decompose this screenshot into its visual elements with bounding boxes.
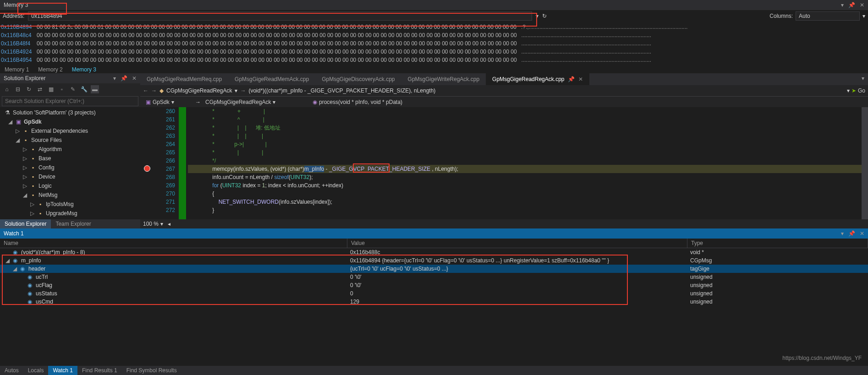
dropdown-icon[interactable]: ▾ — [160, 221, 163, 227]
preview-icon[interactable]: ▫ — [58, 85, 66, 93]
columns-dropdown[interactable] — [796, 11, 860, 21]
wrench-icon[interactable]: 🔧 — [80, 85, 88, 93]
collapse-icon[interactable]: ⊟ — [14, 85, 22, 93]
editor-panel: GpMsgGigeReadMemReq.cpp GpMsgGigeReadMem… — [140, 73, 868, 228]
context-method[interactable]: ◉ process(void * pInfo, void * pData) — [310, 98, 405, 106]
home-icon[interactable]: ⌂ — [3, 85, 11, 93]
context-project[interactable]: ▣ GpSdk ▾ — [143, 98, 193, 106]
address-input[interactable] — [28, 11, 532, 21]
nav-method[interactable]: (void*)((char*)m_pInfo - _GIGE_GVCP_PACK… — [248, 87, 844, 94]
watch-row[interactable]: ◉usCmd129unsigned — [0, 298, 868, 306]
expand-icon[interactable]: ◢ — [5, 256, 11, 265]
watch-tab[interactable]: Watch 1 — [48, 366, 77, 375]
tree-label: IpToolsMsg — [46, 200, 74, 208]
editor-scrollbar[interactable] — [862, 107, 868, 219]
show-all-icon[interactable]: ▦ — [47, 85, 55, 93]
pin-icon[interactable]: 📌 — [848, 230, 855, 237]
watch-name: m_pInfo — [21, 256, 41, 265]
watch-col-name[interactable]: Name — [0, 239, 347, 248]
tree-node[interactable]: ▷▪UpgradeMsg — [0, 209, 140, 218]
tree-node[interactable]: ▷▪IpToolsMsg — [0, 200, 140, 209]
watch-row[interactable]: ◉usStatus0unsigned — [0, 289, 868, 298]
dropdown-icon[interactable]: ▾ — [536, 13, 538, 19]
watch-tab[interactable]: Autos — [0, 366, 23, 375]
class-icon: ◆ — [159, 87, 164, 94]
watch-row[interactable]: ◢◉header{ucTrl=0 '\0' ucFlag=0 '\0' usSt… — [0, 265, 868, 273]
close-icon[interactable]: ✕ — [132, 75, 137, 82]
properties-icon[interactable]: ✎ — [69, 85, 77, 93]
editor-tab[interactable]: GpMsgGigeDiscoveryAck.cpp — [315, 73, 401, 85]
mem-hex[interactable]: 00 00 81 00 2c 00 09 00 01 00 00 00 00 0… — [37, 23, 516, 31]
watch-tab[interactable]: Find Symbol Results — [122, 366, 181, 375]
dropdown-icon[interactable]: ▾ — [235, 87, 237, 94]
variable-icon: ◉ — [20, 265, 27, 273]
watch-row[interactable]: ◉ucFlag0 '\0'unsigned — [0, 281, 868, 289]
mem-hex[interactable]: 00 00 00 00 00 00 00 00 00 00 00 00 00 0… — [37, 39, 517, 48]
refresh-icon[interactable]: ↻ — [542, 13, 547, 19]
mem-hex[interactable]: 00 00 00 00 00 00 00 00 00 00 00 00 00 0… — [37, 56, 517, 64]
toggle-icon[interactable]: ▬ — [91, 85, 99, 93]
tab-solution-explorer[interactable]: Solution Explorer — [0, 219, 51, 228]
expand-icon[interactable]: ◢ — [13, 265, 18, 273]
editor-tab[interactable]: GpMsgGigeReadMemAck.cpp — [228, 73, 315, 85]
close-icon[interactable]: 📌 — [568, 76, 575, 82]
watch-col-value[interactable]: Value — [347, 239, 687, 248]
editor-tab[interactable]: GpMsgGigeReadRegAck.cpp📌✕ — [486, 73, 589, 85]
watch-row[interactable]: ◢◉m_pInfo0x116b4894 {header={ucTrl=0 '\0… — [0, 256, 868, 265]
dropdown-icon[interactable]: ▾ — [841, 230, 844, 237]
tree-label: NetMsg — [38, 191, 57, 199]
mem-hex[interactable]: 00 00 00 00 00 00 00 00 00 00 00 00 00 0… — [37, 48, 517, 56]
tree-label: Device — [38, 173, 55, 181]
refresh-icon[interactable]: ↻ — [25, 85, 33, 93]
zoom-level[interactable]: 100 % — [143, 221, 159, 227]
watch-col-type[interactable]: Type — [687, 239, 868, 248]
dropdown-icon[interactable]: ▾ — [113, 75, 116, 82]
sync-icon[interactable]: ⇄ — [36, 85, 44, 93]
mem-hex[interactable]: 00 00 00 00 00 00 00 00 00 00 00 00 00 0… — [37, 31, 517, 39]
nav-class[interactable]: CGpMsgGigeReadRegAck — [166, 87, 232, 94]
tree-node[interactable]: ◢▪NetMsg — [0, 190, 140, 200]
solution-search[interactable] — [2, 96, 138, 106]
dropdown-icon[interactable]: ▾ — [841, 2, 844, 8]
tree-node[interactable]: ▷▪Algorithm — [0, 145, 140, 154]
close-icon[interactable]: ✕ — [860, 2, 864, 8]
memory-tab[interactable]: Memory 1 — [0, 65, 33, 74]
watch-row[interactable]: ◉ucTrl0 '\0'unsigned — [0, 273, 868, 281]
watch-tab[interactable]: Find Results 1 — [77, 366, 122, 375]
tree-node[interactable]: ▷▪Config — [0, 163, 140, 172]
code-content[interactable]: * + | * ^ | * | | 堆: 低地址 * | | — [186, 107, 868, 219]
pin-icon[interactable]: 📌 — [121, 75, 127, 82]
context-class[interactable]: CGpMsgGigeReadRegAck ▾ — [203, 98, 308, 106]
forward-icon[interactable]: → — [151, 87, 157, 94]
tree-node[interactable]: ▷▪External Dependencies — [0, 126, 140, 136]
memory-tab[interactable]: Memory 3 — [67, 65, 101, 74]
tree-node[interactable]: ▷▪Base — [0, 154, 140, 163]
memory-tab[interactable]: Memory 2 — [33, 65, 67, 74]
watch-type: tagGige — [687, 265, 868, 273]
go-button[interactable]: ▾ ➤ Go — [847, 87, 865, 94]
back-icon[interactable]: ← — [143, 87, 148, 94]
watch-tab[interactable]: Locals — [23, 366, 49, 375]
pin-icon[interactable]: 📌 — [848, 2, 855, 8]
mem-addr: 0x116B48f4 — [1, 39, 37, 48]
close-icon[interactable]: ✕ — [578, 76, 583, 82]
tree-node[interactable]: ▷▪Device — [0, 172, 140, 181]
editor-tab[interactable]: GpMsgGigeReadMemReq.cpp — [140, 73, 228, 85]
dropdown-icon[interactable]: ▾ — [858, 73, 868, 85]
editor-tab[interactable]: GpMsgGigeWriteRegAck.cpp — [401, 73, 486, 85]
solution-root[interactable]: ⚗ Solution 'SoftPlatform' (3 projects) — [0, 108, 140, 117]
watch-title: Watch 1 — [4, 230, 24, 237]
dropdown-icon[interactable]: ▾ — [863, 13, 865, 19]
watch-value: 0 '\0' — [347, 281, 687, 289]
close-icon[interactable]: ✕ — [860, 230, 864, 237]
tab-team-explorer[interactable]: Team Explorer — [51, 219, 95, 228]
code-area[interactable]: 260261262263264265266267268269270271272 … — [140, 107, 868, 219]
tree-node[interactable]: ▷▪Logic — [0, 181, 140, 190]
watch-row[interactable]: ◉(void*)((char*)m_pInfo - 8)0x116b488cvo… — [0, 248, 868, 256]
variable-icon: ◉ — [27, 281, 34, 289]
memory-tabs: Memory 1 Memory 2 Memory 3 — [0, 65, 868, 74]
tree-node[interactable]: ◢▪Source Files — [0, 136, 140, 145]
code-line-numbers: 260261262263264265266267268269270271272 — [156, 107, 179, 219]
breakpoint-icon[interactable] — [144, 165, 150, 172]
project-node[interactable]: ◢ ▣ GpSdk — [0, 117, 140, 126]
